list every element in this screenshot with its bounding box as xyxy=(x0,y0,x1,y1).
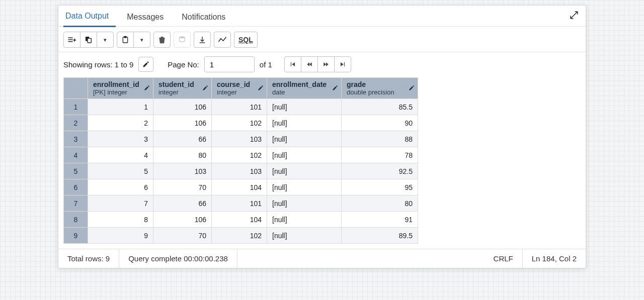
table-row[interactable]: 22106102[null]90 xyxy=(64,115,418,131)
edit-column-icon[interactable] xyxy=(258,84,264,92)
cell-enrollment_id[interactable]: 2 xyxy=(88,115,153,131)
cell-student_id[interactable]: 106 xyxy=(153,115,212,131)
table-row[interactable]: 55103103[null]92.5 xyxy=(64,163,418,179)
row-number-cell[interactable]: 1 xyxy=(64,99,88,115)
cell-grade[interactable]: 78 xyxy=(342,147,418,163)
cell-enrollment_id[interactable]: 1 xyxy=(88,99,153,115)
table-row[interactable]: 4480102[null]78 xyxy=(64,147,418,163)
table-row[interactable]: 9970102[null]89.5 xyxy=(64,228,418,244)
cell-course_id[interactable]: 104 xyxy=(212,212,267,228)
paste-dropdown-button[interactable]: ▾ xyxy=(133,32,150,48)
prev-page-button[interactable] xyxy=(301,56,318,72)
tab-messages[interactable]: Messages xyxy=(125,9,171,27)
edit-range-button[interactable] xyxy=(138,57,153,72)
cell-grade[interactable]: 85.5 xyxy=(342,99,418,115)
row-number-cell[interactable]: 7 xyxy=(64,195,88,212)
row-number-cell[interactable]: 8 xyxy=(64,212,88,228)
cell-student_id[interactable]: 106 xyxy=(153,99,212,115)
cell-enrollment_id[interactable]: 7 xyxy=(88,195,153,212)
column-header-enrollment_id[interactable]: enrollment_id [PK] integer xyxy=(88,78,153,99)
edit-column-icon[interactable] xyxy=(202,84,208,92)
cell-student_id[interactable]: 80 xyxy=(153,147,212,163)
cell-course_id[interactable]: 103 xyxy=(212,163,267,179)
first-page-button[interactable] xyxy=(284,56,301,72)
copy-button[interactable] xyxy=(80,32,97,48)
cell-student_id[interactable]: 103 xyxy=(153,163,212,179)
total-rows-label: Total rows: 9 xyxy=(58,249,119,268)
table-row[interactable]: 7766101[null]80 xyxy=(64,195,418,212)
cell-grade[interactable]: 88 xyxy=(342,131,418,147)
cell-course_id[interactable]: 101 xyxy=(212,195,267,212)
cell-student_id[interactable]: 66 xyxy=(153,131,212,147)
tab-data-output[interactable]: Data Output xyxy=(63,8,116,27)
svg-marker-16 xyxy=(309,62,312,66)
save-data-button[interactable] xyxy=(174,32,191,48)
column-header-grade[interactable]: grade double precision xyxy=(342,78,418,99)
cell-enrollment_date[interactable]: [null] xyxy=(267,228,342,244)
row-number-cell[interactable]: 9 xyxy=(64,228,88,244)
page-number-input[interactable] xyxy=(204,56,255,72)
cell-course_id[interactable]: 103 xyxy=(212,131,267,147)
column-name: student_id xyxy=(158,80,194,88)
row-number-cell[interactable]: 3 xyxy=(64,131,88,147)
cell-grade[interactable]: 90 xyxy=(342,115,418,131)
cell-student_id[interactable]: 70 xyxy=(153,179,212,195)
svg-rect-9 xyxy=(160,37,163,38)
cell-course_id[interactable]: 102 xyxy=(212,115,267,131)
cell-student_id[interactable]: 70 xyxy=(153,228,212,244)
cell-enrollment_date[interactable]: [null] xyxy=(267,179,342,195)
cell-student_id[interactable]: 106 xyxy=(153,212,212,228)
cell-enrollment_id[interactable]: 3 xyxy=(88,131,153,147)
row-number-header[interactable] xyxy=(64,78,88,99)
last-page-button[interactable] xyxy=(334,56,351,72)
expand-icon[interactable] xyxy=(570,11,579,21)
cell-student_id[interactable]: 66 xyxy=(153,195,212,212)
table-row[interactable]: 6670104[null]95 xyxy=(64,179,418,195)
cell-enrollment_date[interactable]: [null] xyxy=(267,115,342,131)
cell-course_id[interactable]: 102 xyxy=(212,228,267,244)
tab-notifications[interactable]: Notifications xyxy=(180,9,232,27)
row-number-cell[interactable]: 4 xyxy=(64,147,88,163)
download-button[interactable] xyxy=(194,32,211,48)
cell-enrollment_id[interactable]: 6 xyxy=(88,179,153,195)
cell-enrollment_id[interactable]: 5 xyxy=(88,163,153,179)
edit-column-icon[interactable] xyxy=(332,84,338,92)
paste-button[interactable] xyxy=(117,32,134,48)
cell-course_id[interactable]: 101 xyxy=(212,99,267,115)
column-header-course_id[interactable]: course_id integer xyxy=(212,78,267,99)
cell-grade[interactable]: 80 xyxy=(342,195,418,212)
column-header-student_id[interactable]: student_id integer xyxy=(153,78,212,99)
cell-enrollment_id[interactable]: 4 xyxy=(88,147,153,163)
column-header-enrollment_date[interactable]: enrollment_date date xyxy=(267,78,342,99)
row-number-cell[interactable]: 2 xyxy=(64,115,88,131)
cell-enrollment_date[interactable]: [null] xyxy=(267,131,342,147)
cell-course_id[interactable]: 102 xyxy=(212,147,267,163)
table-row[interactable]: 88106104[null]91 xyxy=(64,212,418,228)
sql-button[interactable]: SQL xyxy=(234,32,258,48)
copy-dropdown-button[interactable]: ▾ xyxy=(97,32,114,48)
add-row-button[interactable] xyxy=(63,32,80,48)
cell-enrollment_date[interactable]: [null] xyxy=(267,212,342,228)
cell-grade[interactable]: 95 xyxy=(342,179,418,195)
row-number-cell[interactable]: 5 xyxy=(64,163,88,179)
cell-grade[interactable]: 92.5 xyxy=(342,163,418,179)
cell-enrollment_date[interactable]: [null] xyxy=(267,163,342,179)
cell-enrollment_date[interactable]: [null] xyxy=(267,147,342,163)
cell-enrollment_date[interactable]: [null] xyxy=(267,99,342,115)
row-number-cell[interactable]: 6 xyxy=(64,179,88,195)
cell-enrollment_id[interactable]: 8 xyxy=(88,212,153,228)
cell-enrollment_date[interactable]: [null] xyxy=(267,195,342,212)
delete-row-button[interactable] xyxy=(153,32,171,48)
data-grid-wrap: enrollment_id [PK] integer student_id in… xyxy=(58,77,586,249)
cell-grade[interactable]: 89.5 xyxy=(342,228,418,244)
next-page-button[interactable] xyxy=(317,56,335,72)
cell-enrollment_id[interactable]: 9 xyxy=(88,228,153,244)
cell-course_id[interactable]: 104 xyxy=(212,179,267,195)
edit-column-icon[interactable] xyxy=(144,84,150,92)
chart-button[interactable] xyxy=(214,32,231,48)
cell-grade[interactable]: 91 xyxy=(342,212,418,228)
table-row[interactable]: 3366103[null]88 xyxy=(64,131,418,147)
edit-column-icon[interactable] xyxy=(409,84,415,92)
table-row[interactable]: 11106101[null]85.5 xyxy=(64,99,418,115)
data-grid[interactable]: enrollment_id [PK] integer student_id in… xyxy=(63,77,418,244)
